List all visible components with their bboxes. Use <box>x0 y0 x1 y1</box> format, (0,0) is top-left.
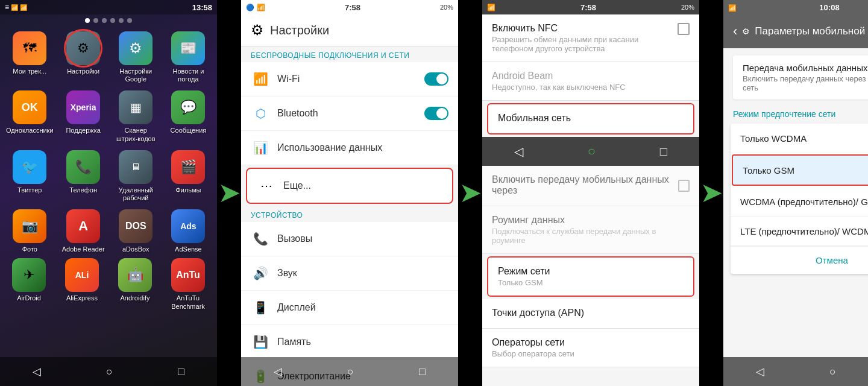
app-icon-remote: 🖥 <box>119 150 153 184</box>
app-barcode[interactable]: ▦ Сканер штрих-кодов <box>113 90 159 142</box>
nav-back-home[interactable]: ◁ <box>28 360 46 383</box>
nav-home-settings[interactable]: ○ <box>342 361 359 383</box>
nav-back-settings[interactable]: ◁ <box>269 360 287 383</box>
settings-sound[interactable]: 🔊 Звук <box>241 256 458 291</box>
nav-home-home[interactable]: ○ <box>101 361 118 383</box>
item-access-points[interactable]: Точки доступа (APN) <box>482 299 699 329</box>
bluetooth-label: Bluetooth <box>277 108 424 119</box>
time-mobile: 7:58 <box>580 3 596 12</box>
wifi-toggle[interactable] <box>424 72 448 86</box>
item-mobile-data-transfer[interactable]: Включить передачу мобильных данных через <box>482 166 699 206</box>
app-dosbox[interactable]: DOS aDosBox <box>113 209 159 253</box>
app-settings[interactable]: ⚙ Настройки <box>61 31 106 83</box>
app-remote[interactable]: 🖥 Удаленный рабочий <box>113 150 159 202</box>
wifi-icon: 📶 <box>251 69 270 89</box>
option-wcdma-gsm[interactable]: WCDMA (предпочтительно)/ GSM <box>731 187 868 217</box>
app-icon-androidify: 🤖 <box>118 258 152 292</box>
battery-settings: 20% <box>440 4 453 11</box>
app-messages[interactable]: 💬 Сообщения <box>166 90 211 142</box>
option-wcdma-only[interactable]: Только WCDMA <box>731 124 868 153</box>
app-ok[interactable]: OK Одноклассники <box>6 90 54 142</box>
wcdma-only-label: Только WCDMA <box>740 133 868 144</box>
app-icon-news: 📰 <box>171 31 205 65</box>
wcdma-gsm-label: WCDMA (предпочтительно)/ GSM <box>740 197 868 207</box>
app-films[interactable]: 🎬 Фильмы <box>166 150 211 202</box>
sound-icon: 🔊 <box>251 264 270 283</box>
time-netmode: 10:08 <box>819 3 839 12</box>
app-grid: 🗺 Мои трек... ⚙ Настройки ⚙ Настройки Go… <box>0 27 217 258</box>
app-androidify[interactable]: 🤖 Androidify <box>112 258 158 310</box>
lte-wcdma-gsm-label: LTE (предпочтительно)/ WCDMA/GSM <box>740 226 868 236</box>
app-label-support: Поддержка <box>66 127 100 134</box>
settings-memory[interactable]: 💾 Память <box>241 325 458 359</box>
app-icon-adsense: Ads <box>171 209 205 243</box>
app-label-phone: Телефон <box>69 186 97 194</box>
arrow-2: ➤ <box>458 0 482 386</box>
settings-data-usage[interactable]: 📊 Использование данных <box>241 131 458 165</box>
dark-nav-bar: ◁ ○ □ <box>482 137 699 166</box>
back-btn-mobile[interactable]: ◁ <box>514 144 523 159</box>
app-label-messages: Сообщения <box>171 127 207 134</box>
app-support[interactable]: Xperia Поддержка <box>61 90 106 142</box>
home-btn-mobile[interactable]: ○ <box>588 144 596 159</box>
app-adsense[interactable]: Ads AdSense <box>166 209 211 253</box>
app-label-antutu: AnTuTu Benchmark <box>165 294 211 310</box>
item-data-roaming[interactable]: Роуминг данных Подключаться к службам пе… <box>482 206 699 254</box>
nav-recents-settings[interactable]: □ <box>414 361 430 383</box>
app-gsettings[interactable]: ⚙ Настройки Google <box>113 31 159 83</box>
mobile-data-card: Передача мобильных данных Включить перед… <box>733 55 868 100</box>
app-icon-messages: 💬 <box>171 90 205 124</box>
item-nfc-enable[interactable]: Включить NFC Разрешить обмен данными при… <box>482 14 699 62</box>
dot-3 <box>102 18 107 23</box>
app-phone[interactable]: 📞 Телефон <box>61 150 106 202</box>
item-mobile-network[interactable]: Мобильная сеть <box>487 103 694 134</box>
access-points-title: Точки доступа (APN) <box>492 308 690 318</box>
app-adobe[interactable]: A Adobe Reader <box>61 209 106 253</box>
settings-bluetooth[interactable]: ⬡ Bluetooth <box>241 96 458 131</box>
item-network-mode[interactable]: Режим сети Только GSM <box>487 256 694 297</box>
app-photo[interactable]: 📷 Фото <box>6 209 54 253</box>
app-ali[interactable]: ALi AliExpress <box>59 258 105 310</box>
app-label-androidify: Androidify <box>121 294 150 302</box>
cancel-button[interactable]: Отмена <box>731 246 868 274</box>
app-antutu[interactable]: AnTu AnTuTu Benchmark <box>165 258 211 310</box>
nav-bar-netmode: ◁ ○ □ <box>723 357 868 386</box>
item-network-operators[interactable]: Операторы сети Выбор оператора сети <box>482 329 699 367</box>
mobile-network-wrapper: Мобильная сеть <box>482 103 699 134</box>
settings-display[interactable]: 📱 Дисплей <box>241 291 458 325</box>
nav-home-netmode[interactable]: ○ <box>825 361 841 383</box>
settings-more[interactable]: ⋯ Еще... <box>246 168 453 204</box>
app-airdroid[interactable]: ✈ AirDroid <box>6 258 52 310</box>
app-mytrack[interactable]: 🗺 Мои трек... <box>6 31 54 83</box>
mobile-data-title: Включить передачу мобильных данных через <box>492 174 678 196</box>
settings-title: Настройки <box>270 24 329 37</box>
app-icon-films: 🎬 <box>171 150 205 184</box>
recents-btn-mobile[interactable]: □ <box>660 145 667 159</box>
nav-back-netmode[interactable]: ◁ <box>751 360 769 383</box>
app-icon-adobe: A <box>66 209 100 243</box>
item-android-beam[interactable]: Android Beam Недоступно, так как выключе… <box>482 62 699 101</box>
mobile-data-card-title: Передача мобильных данных <box>743 63 868 73</box>
status-icons-left: ≡ 📶 📶 <box>5 3 27 11</box>
option-gsm-only[interactable]: Только GSM <box>732 154 868 186</box>
status-bar-home: ≡ 📶 📶 13:58 <box>0 0 217 14</box>
app-twitter[interactable]: 🐦 Твиттер <box>6 150 54 202</box>
option-lte-wcdma-gsm[interactable]: LTE (предпочтительно)/ WCDMA/GSM <box>731 217 868 246</box>
bluetooth-toggle[interactable] <box>424 107 448 120</box>
app-label-photo: Фото <box>22 245 37 253</box>
app-news[interactable]: 📰 Новости и погода <box>166 31 211 83</box>
back-icon-netmode[interactable]: ‹ <box>733 24 737 39</box>
settings-calls[interactable]: 📞 Вызовы <box>241 222 458 256</box>
nav-recents-home[interactable]: □ <box>173 361 189 383</box>
network-mode-wrapper: Режим сети Только GSM <box>482 256 699 297</box>
settings-wifi[interactable]: 📶 Wi-Fi <box>241 62 458 96</box>
more-icon: ⋯ <box>257 176 276 195</box>
app-icon-ali: ALi <box>65 258 99 292</box>
nav-bar-home: ◁ ○ □ <box>0 357 217 386</box>
android-beam-subtitle: Недоступно, так как выключена NFC <box>492 83 690 92</box>
app-icon-ok: OK <box>13 90 46 124</box>
status-icons-mobile: 📶 <box>487 4 495 11</box>
nfc-checkbox[interactable] <box>678 23 690 35</box>
mobile-data-checkbox[interactable] <box>678 180 690 192</box>
data-roaming-title: Роуминг данных <box>492 215 690 226</box>
